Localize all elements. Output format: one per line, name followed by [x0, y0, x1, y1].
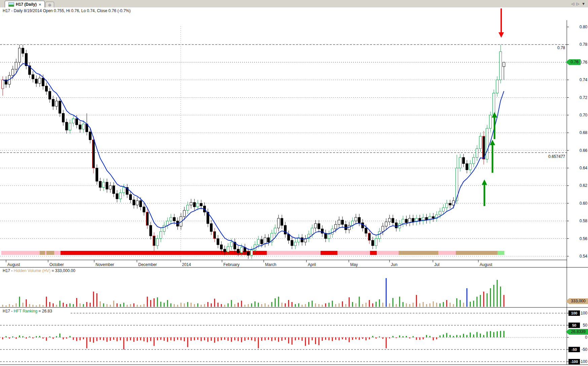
price-axis-label: 0.70: [580, 113, 588, 118]
date-axis-label: 2014: [182, 262, 191, 267]
volume-bar: [218, 303, 219, 307]
tab-label: H17 (Daily): [16, 2, 37, 7]
volume-bar: [49, 302, 50, 307]
hft-bar: [497, 331, 498, 337]
candle-body: [365, 228, 367, 233]
hft-bar: [282, 337, 283, 341]
candle-body: [476, 148, 478, 157]
hft-bar: [477, 332, 478, 337]
hft-bar: [16, 337, 17, 339]
candle-body: [288, 234, 290, 240]
volume-bar: [433, 301, 434, 307]
hft-bar: [19, 335, 20, 337]
hft-bar: [403, 336, 404, 337]
hft-bar: [339, 337, 340, 340]
volume-bar: [450, 303, 451, 307]
volume-indicator-name: Hidden Volume (HV): [14, 268, 50, 273]
candle-body: [69, 123, 71, 130]
candle-body: [278, 218, 280, 228]
volume-bar: [292, 302, 293, 307]
trend-strip-segment: [54, 251, 61, 255]
volume-bar: [332, 301, 333, 307]
hft-bar: [134, 337, 135, 342]
hft-bar: [312, 337, 313, 340]
volume-bar: [46, 297, 47, 307]
candle-body: [227, 246, 229, 252]
candle-body: [140, 201, 142, 207]
price-axis-label: 0.78: [580, 42, 588, 47]
candle-body: [325, 233, 327, 239]
volume-bar: [43, 305, 44, 307]
candle-body: [170, 218, 172, 221]
candle-body: [341, 220, 344, 225]
candle-body: [113, 186, 115, 194]
hft-bar: [90, 337, 91, 342]
volume-title-symbol: H17 -: [3, 268, 14, 273]
volume-bar: [493, 285, 494, 307]
tab-close-icon[interactable]: ×: [38, 2, 42, 7]
volume-bar: [359, 297, 360, 307]
volume-bar: [130, 304, 131, 307]
volume-bar: [295, 304, 296, 307]
candle-body: [378, 232, 381, 239]
tab-list-dropdown-button[interactable]: ▼: [582, 0, 585, 7]
candle-body: [136, 201, 139, 205]
candle-body: [146, 212, 149, 225]
volume-bar: [181, 303, 182, 307]
hft-bar: [389, 337, 390, 338]
hft-bar: [234, 337, 235, 340]
candle-body: [49, 91, 51, 99]
candle-body: [466, 164, 468, 170]
hft-bar: [117, 337, 118, 341]
volume-bar: [440, 303, 441, 307]
candle-body: [39, 78, 41, 84]
volume-bar: [56, 305, 57, 307]
volume-bar: [483, 292, 484, 307]
candle-body: [220, 245, 223, 249]
hft-bar: [36, 336, 37, 337]
candle-body: [318, 224, 320, 229]
volume-bar: [117, 303, 118, 307]
candle-body: [264, 238, 266, 244]
price-axis-label: 0.58: [580, 219, 588, 223]
tab-h17-daily[interactable]: H17 (Daily) ×: [5, 1, 45, 8]
hft-bar: [130, 337, 131, 340]
hft-bar: [450, 335, 451, 337]
hft-bar: [419, 337, 420, 340]
chart-thumbnail-icon: [8, 2, 14, 7]
volume-bar: [6, 305, 7, 307]
hft-bar: [413, 336, 414, 337]
date-axis-label: Jun: [391, 262, 397, 267]
chart-canvas[interactable]: 0.800.780.760.740.720.700.680.660.640.62…: [0, 7, 588, 366]
volume-bar: [241, 301, 242, 307]
tab-nav-controls: ◁ ▷ ▼: [571, 0, 588, 7]
price-axis-label: 0.66: [580, 148, 588, 153]
hft-bar: [332, 337, 333, 341]
candle-body: [183, 210, 186, 217]
volume-bar: [258, 303, 259, 307]
hft-title-value: = 26.83: [37, 309, 52, 313]
candle-body: [66, 122, 68, 130]
scroll-tabs-left-button[interactable]: ◁: [571, 0, 574, 7]
new-tab-button[interactable]: ⊕: [45, 2, 54, 8]
candle-body: [368, 233, 371, 240]
scroll-tabs-right-button[interactable]: ▷: [577, 0, 579, 7]
candle-body: [156, 239, 159, 246]
hft-bar: [356, 337, 357, 339]
hft-indicator-name: HFT Ranking: [14, 309, 37, 313]
hft-bar: [211, 337, 212, 341]
candle-body: [200, 203, 203, 206]
candle-body: [42, 78, 44, 86]
volume-bar: [409, 304, 410, 307]
hft-bar: [39, 336, 40, 337]
sell-signal-arrowhead: [499, 32, 504, 38]
volume-bar: [90, 303, 91, 307]
volume-bar: [382, 303, 383, 307]
hft-level-tag-label: -50: [572, 347, 577, 352]
hft-axis-label: 0: [585, 335, 587, 340]
hft-bar: [23, 336, 24, 337]
hft-bar: [241, 337, 242, 342]
hft-bar: [6, 336, 7, 337]
hft-bar: [43, 337, 44, 339]
candle-body: [479, 136, 482, 149]
